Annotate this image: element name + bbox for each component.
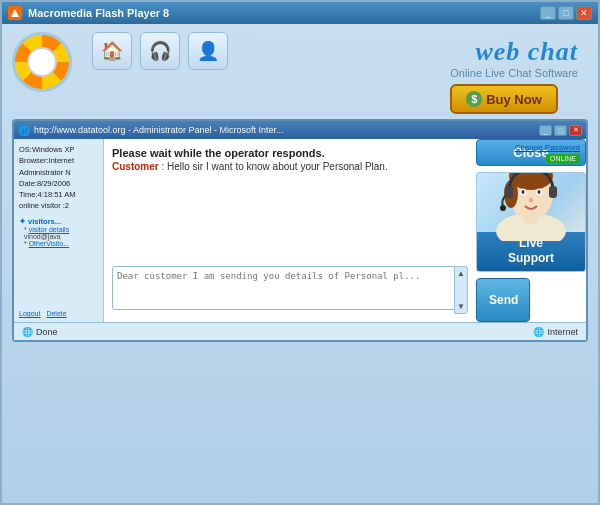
logout-link[interactable]: Logout — [19, 310, 40, 317]
chat-message: Customer : Hello sir I want to know abou… — [112, 161, 468, 172]
headset-icon[interactable]: 🎧 — [140, 32, 180, 70]
time-info: Time:4:18:51 AM — [19, 189, 98, 200]
delete-link[interactable]: Delete — [46, 310, 66, 317]
right-panel: Close — [476, 139, 586, 322]
brand-title: web chat — [450, 37, 578, 67]
browser-minimize-button[interactable]: _ — [539, 125, 552, 136]
browser-close-button[interactable]: ✕ — [569, 125, 582, 136]
change-password-link[interactable]: Change Password — [515, 143, 580, 152]
flash-icon — [8, 6, 22, 20]
svg-rect-11 — [505, 186, 513, 198]
brand-subtitle: Online Live Chat Software — [450, 67, 578, 79]
chat-spacer — [112, 178, 468, 260]
send-button[interactable]: Send — [476, 278, 530, 322]
message-input[interactable] — [112, 266, 468, 310]
buy-now-label: Buy Now — [486, 92, 542, 107]
browser-title-text: 🌐 http://www.datatool.org - Administrato… — [18, 125, 284, 136]
chat-main-area: Please wait while the operator responds.… — [104, 139, 476, 322]
globe-icon: 🌐 — [533, 327, 544, 337]
minimize-button[interactable]: _ — [540, 6, 556, 20]
flash-title-bar: Macromedia Flash Player 8 _ □ ✕ — [2, 2, 598, 24]
input-row: ▲ ▼ — [112, 266, 468, 314]
logo — [12, 32, 72, 92]
chat-header: Please wait while the operator responds.… — [112, 147, 468, 172]
internet-text: Internet — [547, 327, 578, 337]
top-section: 🏠 🎧 👤 web chat Online Live Chat Software… — [2, 24, 598, 119]
ie-icon: 🌐 — [18, 125, 30, 136]
svg-point-9 — [538, 190, 541, 194]
done-icon: 🌐 — [22, 327, 33, 337]
svg-point-8 — [522, 190, 525, 194]
visitor-details-item[interactable]: * visitor details — [19, 226, 98, 233]
asterisk-icon: ✦ — [19, 217, 28, 226]
svg-marker-0 — [11, 9, 19, 17]
agent-photo: Live Support — [476, 172, 586, 272]
sidebar-panel: OS:Windows XP Browser:Internet Administr… — [14, 139, 104, 322]
scroll-down-arrow: ▼ — [457, 302, 465, 311]
title-bar-left: Macromedia Flash Player 8 — [8, 6, 169, 20]
other-visitor-item[interactable]: * OtherVisito... — [19, 240, 98, 247]
buy-now-button[interactable]: $ Buy Now — [450, 84, 558, 114]
customer-label: Customer — [112, 161, 159, 172]
flash-title-text: Macromedia Flash Player 8 — [28, 7, 169, 19]
scroll-up-arrow: ▲ — [457, 269, 465, 278]
maximize-button[interactable]: □ — [558, 6, 574, 20]
admin-info: Administrator N — [19, 167, 98, 178]
browser-maximize-button[interactable]: □ — [554, 125, 567, 136]
browser-controls: _ □ ✕ — [539, 125, 582, 136]
sidebar-footer: Logout Delete — [19, 310, 98, 317]
done-status: 🌐 Done — [22, 327, 58, 337]
flash-player-window: Macromedia Flash Player 8 _ □ ✕ 🏠 🎧 👤 we… — [0, 0, 600, 505]
brand-title-chat: chat — [520, 37, 578, 66]
online-visitor-info: online visitor :2 — [19, 200, 98, 211]
sidebar-info: OS:Windows XP Browser:Internet Administr… — [19, 144, 98, 247]
os-info: OS:Windows XP — [19, 144, 98, 155]
svg-point-10 — [529, 198, 533, 203]
visitors-section: ✦ visitors... * visitor details vinod@ja… — [19, 217, 98, 247]
browser-window: 🌐 http://www.datatool.org - Administrato… — [12, 119, 588, 342]
visitor-name-item: vinod@java — [19, 233, 98, 240]
online-status-badge: ONLINE — [546, 154, 580, 163]
browser-url-text: http://www.datatool.org - Administrator … — [34, 125, 284, 135]
home-icon[interactable]: 🏠 — [92, 32, 132, 70]
brand-area: web chat Online Live Chat Software $ Buy… — [450, 32, 588, 114]
customer-message: : Hello sir I want to know about your Pe… — [161, 161, 387, 172]
profile-icon[interactable]: 👤 — [188, 32, 228, 70]
browser-inner: OS:Windows XP Browser:Internet Administr… — [14, 139, 586, 322]
browser-info: Browser:Internet — [19, 155, 98, 166]
date-info: Date:8/29/2006 — [19, 178, 98, 189]
browser-status-bar: 🌐 Done 🌐 Internet — [14, 322, 586, 340]
internet-badge: 🌐 Internet — [533, 327, 578, 337]
brand-title-web: web — [475, 37, 520, 66]
svg-point-13 — [500, 205, 506, 211]
message-input-wrap: ▲ ▼ — [112, 266, 468, 314]
scroll-indicator: ▲ ▼ — [454, 266, 468, 314]
visitors-title: ✦ visitors... — [19, 217, 98, 226]
svg-rect-12 — [549, 186, 557, 198]
status-message: Please wait while the operator responds. — [112, 147, 468, 159]
browser-title-bar: 🌐 http://www.datatool.org - Administrato… — [14, 121, 586, 139]
done-text: Done — [36, 327, 58, 337]
agent-svg — [491, 172, 571, 241]
close-window-button[interactable]: ✕ — [576, 6, 592, 20]
logo-inner — [27, 47, 57, 77]
account-controls: Change Password ONLINE — [515, 143, 580, 163]
dollar-icon: $ — [466, 91, 482, 107]
flash-window-controls: _ □ ✕ — [540, 6, 592, 20]
nav-icons: 🏠 🎧 👤 — [92, 32, 228, 70]
